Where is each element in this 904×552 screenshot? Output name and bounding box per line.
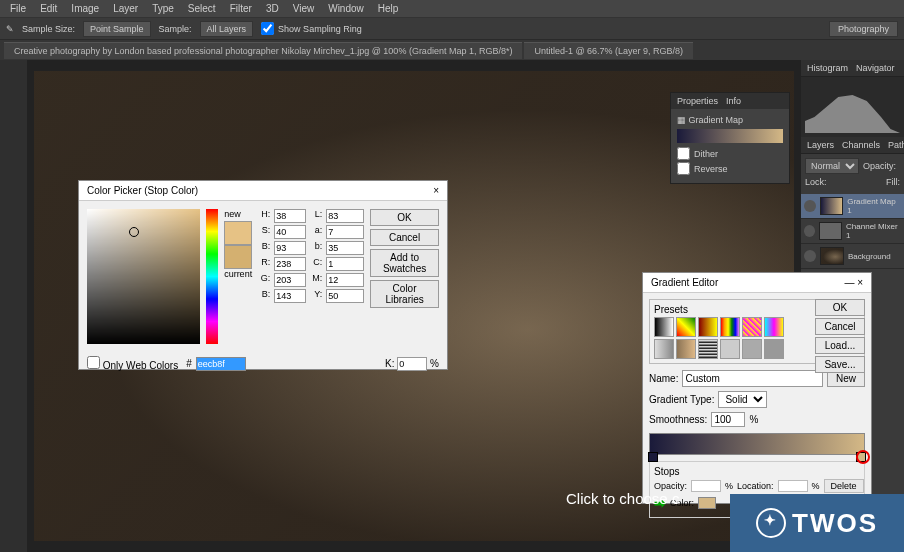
preset-swatch[interactable] bbox=[764, 339, 784, 359]
cancel-button[interactable]: Cancel bbox=[370, 229, 439, 246]
tab-document-2[interactable]: Untitled-1 @ 66.7% (Layer 9, RGB/8) bbox=[524, 42, 693, 59]
sample-size-dropdown[interactable]: Point Sample bbox=[83, 21, 151, 37]
color-cursor bbox=[129, 227, 139, 237]
menu-filter[interactable]: Filter bbox=[224, 1, 258, 16]
hue-slider[interactable] bbox=[206, 209, 218, 344]
dither-checkbox[interactable] bbox=[677, 147, 690, 160]
name-input[interactable] bbox=[682, 370, 823, 387]
layers-controls: Normal Opacity: Lock: Fill: bbox=[801, 154, 904, 194]
h-input[interactable] bbox=[274, 209, 306, 223]
tab-histogram[interactable]: Histogram bbox=[807, 63, 848, 73]
smoothness-input[interactable] bbox=[711, 412, 745, 427]
close-icon[interactable]: × bbox=[433, 185, 439, 196]
lab-b-input[interactable] bbox=[326, 241, 364, 255]
cancel-button[interactable]: Cancel bbox=[815, 318, 865, 335]
preset-swatch[interactable] bbox=[698, 317, 718, 337]
visibility-icon[interactable] bbox=[804, 250, 816, 262]
m-input[interactable] bbox=[326, 273, 364, 287]
tab-properties[interactable]: Properties bbox=[677, 96, 718, 106]
visibility-icon[interactable] bbox=[804, 200, 816, 212]
layer-thumbnail[interactable] bbox=[820, 197, 843, 215]
h-label: H: bbox=[258, 209, 270, 223]
blend-mode-dropdown[interactable]: Normal bbox=[805, 158, 859, 174]
layer-thumbnail[interactable] bbox=[819, 222, 842, 240]
hex-input[interactable] bbox=[196, 357, 246, 371]
preset-swatch[interactable] bbox=[698, 339, 718, 359]
layer-background[interactable]: Background bbox=[801, 244, 904, 269]
reverse-label: Reverse bbox=[694, 164, 728, 174]
current-color-swatch[interactable] bbox=[224, 245, 252, 269]
menu-type[interactable]: Type bbox=[146, 1, 180, 16]
menu-layer[interactable]: Layer bbox=[107, 1, 144, 16]
menu-help[interactable]: Help bbox=[372, 1, 405, 16]
layer-channel-mixer[interactable]: Channel Mixer 1 bbox=[801, 219, 904, 244]
gradient-type-dropdown[interactable]: Solid bbox=[718, 391, 767, 408]
rgb-b-input[interactable] bbox=[274, 289, 306, 303]
layer-thumbnail[interactable] bbox=[820, 247, 844, 265]
preset-swatch[interactable] bbox=[742, 339, 762, 359]
preset-swatch[interactable] bbox=[720, 339, 740, 359]
ok-button[interactable]: OK bbox=[370, 209, 439, 226]
tab-navigator[interactable]: Navigator bbox=[856, 63, 895, 73]
reverse-checkbox[interactable] bbox=[677, 162, 690, 175]
visibility-icon[interactable] bbox=[804, 225, 815, 237]
preset-swatch[interactable] bbox=[764, 317, 784, 337]
b-input[interactable] bbox=[274, 241, 306, 255]
ok-button[interactable]: OK bbox=[815, 299, 865, 316]
tab-document-1[interactable]: Creative photography by London based pro… bbox=[4, 42, 522, 59]
adjustment-title: ▦ Gradient Map bbox=[677, 115, 783, 125]
lightbulb-icon bbox=[756, 508, 786, 538]
menu-file[interactable]: File bbox=[4, 1, 32, 16]
preset-swatch[interactable] bbox=[676, 317, 696, 337]
menu-window[interactable]: Window bbox=[322, 1, 370, 16]
k-input[interactable] bbox=[397, 357, 427, 371]
s-input[interactable] bbox=[274, 225, 306, 239]
tab-info[interactable]: Info bbox=[726, 96, 741, 106]
show-sampling-ring-label: Show Sampling Ring bbox=[278, 24, 362, 34]
menu-image[interactable]: Image bbox=[65, 1, 105, 16]
tab-paths[interactable]: Paths bbox=[888, 140, 904, 150]
l-input[interactable] bbox=[326, 209, 364, 223]
tool-palette[interactable] bbox=[0, 60, 28, 552]
color-stop-left[interactable] bbox=[648, 452, 658, 462]
a-input[interactable] bbox=[326, 225, 364, 239]
c-input[interactable] bbox=[326, 257, 364, 271]
stops-label: Stops bbox=[654, 466, 860, 477]
minimize-icon[interactable]: — bbox=[844, 277, 854, 288]
color-libraries-button[interactable]: Color Libraries bbox=[370, 280, 439, 308]
a-label: a: bbox=[310, 225, 322, 239]
gradient-bar[interactable] bbox=[649, 433, 865, 455]
tab-channels[interactable]: Channels bbox=[842, 140, 880, 150]
only-web-colors-checkbox[interactable] bbox=[87, 356, 100, 369]
tab-layers[interactable]: Layers bbox=[807, 140, 834, 150]
preset-swatch[interactable] bbox=[654, 339, 674, 359]
color-stop-swatch[interactable] bbox=[698, 497, 716, 509]
workspace-switcher[interactable]: Photography bbox=[829, 21, 898, 37]
add-to-swatches-button[interactable]: Add to Swatches bbox=[370, 249, 439, 277]
color-field[interactable] bbox=[87, 209, 200, 344]
opacity-stop-input[interactable] bbox=[691, 480, 721, 492]
preset-swatch[interactable] bbox=[654, 317, 674, 337]
r-input[interactable] bbox=[274, 257, 306, 271]
preset-swatch[interactable] bbox=[742, 317, 762, 337]
preset-swatch[interactable] bbox=[676, 339, 696, 359]
rgb-b-label: B: bbox=[258, 289, 270, 303]
load-button[interactable]: Load... bbox=[815, 337, 865, 354]
close-icon[interactable]: × bbox=[857, 277, 863, 288]
menu-edit[interactable]: Edit bbox=[34, 1, 63, 16]
gradient-preview[interactable] bbox=[677, 129, 783, 143]
show-sampling-ring-checkbox[interactable] bbox=[261, 22, 274, 35]
preset-swatch[interactable] bbox=[720, 317, 740, 337]
delete-button[interactable]: Delete bbox=[824, 479, 864, 493]
location-input[interactable] bbox=[778, 480, 808, 492]
y-input[interactable] bbox=[326, 289, 364, 303]
g-input[interactable] bbox=[274, 273, 306, 287]
save-button[interactable]: Save... bbox=[815, 356, 865, 373]
gradient-editor-dialog: Gradient Editor — × Presets OK Canc bbox=[642, 272, 872, 504]
menu-3d[interactable]: 3D bbox=[260, 1, 285, 16]
menu-select[interactable]: Select bbox=[182, 1, 222, 16]
menu-view[interactable]: View bbox=[287, 1, 321, 16]
b-label: B: bbox=[258, 241, 270, 255]
sample-dropdown[interactable]: All Layers bbox=[200, 21, 254, 37]
layer-gradient-map[interactable]: Gradient Map 1 bbox=[801, 194, 904, 219]
